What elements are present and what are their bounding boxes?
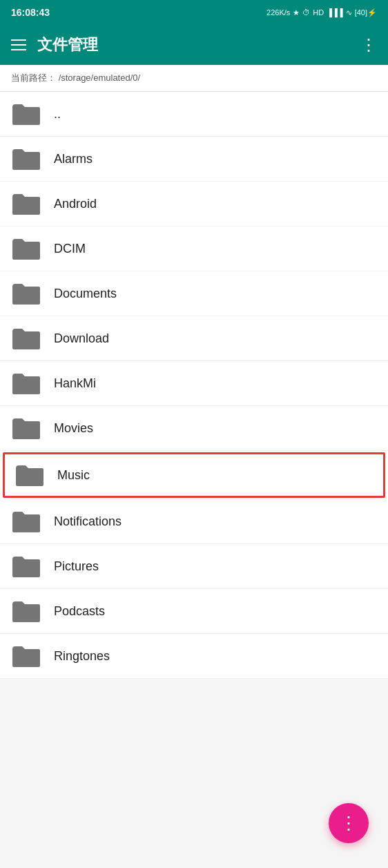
folder-item-pictures[interactable]: Pictures [0, 544, 388, 589]
folder-item-podcasts[interactable]: Podcasts [0, 589, 388, 634]
hd-icon: HD [313, 8, 324, 17]
status-time: 16:08:43 [11, 7, 50, 18]
folder-icon [11, 644, 41, 668]
status-bar: 16:08:43 226K/s ★ ⏱ HD ▐▐▐ ∿ [40]⚡ [0, 0, 388, 25]
folder-icon-wrap [11, 509, 41, 534]
folder-item-alarms[interactable]: Alarms [0, 137, 388, 182]
folder-icon-wrap [11, 554, 41, 579]
breadcrumb-path: /storage/emulated/0/ [59, 73, 141, 83]
folder-icon [11, 416, 41, 441]
folder-item-parent[interactable]: .. [0, 92, 388, 137]
folder-icon [11, 599, 41, 624]
folder-item-download[interactable]: Download [0, 316, 388, 361]
bluetooth-icon: ★ [293, 8, 300, 17]
folder-name: Pictures [54, 559, 99, 574]
folder-item-movies[interactable]: Movies [0, 406, 388, 451]
folder-name: HankMi [54, 376, 96, 391]
folder-name: Alarms [54, 152, 93, 166]
folder-icon-wrap [11, 236, 41, 261]
fab-button[interactable]: ⋮ [329, 803, 369, 843]
folder-icon [11, 509, 41, 534]
folder-icon [11, 371, 41, 396]
wifi-icon: ∿ [346, 8, 352, 17]
folder-item-hankmi[interactable]: HankMi [0, 361, 388, 406]
fab-icon: ⋮ [340, 813, 358, 834]
folder-name: Notifications [54, 514, 122, 529]
folder-icon-wrap [11, 599, 41, 624]
folder-icon [11, 554, 41, 579]
folder-icon [11, 326, 41, 351]
folder-icon [11, 146, 41, 171]
folder-icon-wrap [11, 371, 41, 396]
folder-item-music[interactable]: Music [3, 452, 385, 498]
folder-name: Podcasts [54, 604, 105, 619]
network-speed: 226K/s [266, 8, 290, 17]
breadcrumb: 当前路径： /storage/emulated/0/ [0, 65, 388, 92]
breadcrumb-label: 当前路径： [11, 73, 56, 83]
folder-item-notifications[interactable]: Notifications [0, 499, 388, 544]
folder-icon-wrap [11, 644, 41, 668]
folder-icon-wrap [14, 463, 45, 488]
folder-item-dcim[interactable]: DCIM [0, 226, 388, 271]
folder-icon-wrap [11, 102, 41, 126]
folder-item-documents[interactable]: Documents [0, 271, 388, 316]
battery-icon: [40]⚡ [355, 8, 377, 17]
hamburger-menu-button[interactable] [11, 39, 26, 50]
folder-name: Android [54, 197, 97, 211]
folder-icon [11, 281, 41, 306]
folder-icon-wrap [11, 146, 41, 171]
app-toolbar: 文件管理 ⋮ [0, 25, 388, 65]
folder-icon-wrap [11, 191, 41, 216]
folder-name: Music [57, 468, 90, 483]
signal-icon: ▐▐▐ [327, 8, 342, 17]
folder-name: Ringtones [54, 649, 110, 664]
folder-icon [14, 463, 45, 488]
folder-icon [11, 102, 41, 126]
folder-item-ringtones[interactable]: Ringtones [0, 634, 388, 679]
file-list: ..AlarmsAndroidDCIMDocumentsDownloadHank… [0, 92, 388, 679]
app-title: 文件管理 [37, 35, 349, 55]
folder-name: .. [54, 107, 61, 122]
status-icons: 226K/s ★ ⏱ HD ▐▐▐ ∿ [40]⚡ [266, 8, 377, 17]
folder-icon-wrap [11, 281, 41, 306]
alarm-icon: ⏱ [302, 8, 310, 17]
folder-name: DCIM [54, 242, 86, 256]
folder-name: Download [54, 331, 109, 346]
folder-icon [11, 236, 41, 261]
folder-icon-wrap [11, 326, 41, 351]
folder-item-android[interactable]: Android [0, 182, 388, 226]
overflow-menu-button[interactable]: ⋮ [360, 35, 377, 55]
folder-name: Movies [54, 421, 93, 436]
folder-icon-wrap [11, 416, 41, 441]
folder-name: Documents [54, 287, 117, 301]
folder-icon [11, 191, 41, 216]
